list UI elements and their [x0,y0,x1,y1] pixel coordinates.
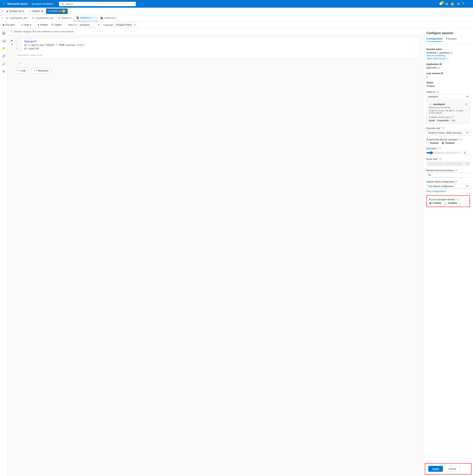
application-id-value: application_1 [426,66,470,69]
grid-icon[interactable]: ⊞ [445,2,448,6]
executor-size-group: Executor size * ⓘ Small (4 vCores, 28GB … [426,127,470,135]
cell-expand-button[interactable]: ▾ [11,43,13,46]
session-name-section: Session name Notebook 2_sparkpool_1 View… [426,48,470,60]
session-timeout-input[interactable]: 30 [426,172,470,178]
expand-arrows-icon[interactable]: » [1,17,3,19]
validate-all-label: Validate all [32,10,43,13]
session-info-bar: ⓘ Session stopped. Run the notebook to s… [8,28,423,35]
dynamic-enabled-radio[interactable] [426,142,429,144]
outline-icon: ☰ [52,24,53,26]
executor-info-icon[interactable]: ⓘ [443,127,445,130]
add-code-button[interactable]: + + Code [14,68,28,73]
sidebar-data-icon[interactable]: 📊 [1,38,7,44]
tab-notebook2[interactable]: 📓 Notebook 2 ✕ [74,15,98,21]
tab-notebook3[interactable]: 📓 Notebook 3 [98,15,119,21]
sidebar-integrate-icon[interactable]: 🔗 [1,53,7,59]
attach-to-section: Attach to ⓘ sparkpool ⚡ sparkpool ↻ [426,90,470,124]
view-in-monitoring-link[interactable]: View in monitoring [426,54,445,57]
dynamic-enabled-option[interactable]: Enabled [426,142,438,144]
session-timeout-group: Session timeout (minutes) * ⓘ 30 [426,169,470,178]
config-tab-configuration[interactable]: Configuration [426,37,443,42]
executors-input[interactable]: 2 [462,151,470,155]
search-box[interactable]: 🔍 [59,2,136,6]
tab-pipeline2[interactable]: ⧉ Pipeline 2 [56,15,74,21]
notebook-icon-2: 📓 [100,17,103,19]
apache-spark-select[interactable]: Use default configuration [426,184,470,189]
apply-button[interactable]: Apply [428,466,443,472]
status-value: Stopped [426,85,470,87]
outline-button[interactable]: ☰ Outline [50,23,63,27]
config-tab-packages[interactable]: Packages [446,37,457,42]
synapse-live-button[interactable]: ☁ Synapse live ▾ [4,9,26,13]
refresh-sparkpool-icon[interactable]: ↻ [466,103,467,106]
cell-body[interactable]: 1 2 3 %%pyspark df = spark.sql("SELECT *… [15,38,420,58]
view-configurations-link[interactable]: View configurations [426,190,470,193]
add-markdown-button[interactable]: + + Markdown [32,68,51,73]
executors-info-icon[interactable]: ⓘ [439,147,441,150]
undo-button[interactable]: ↩ Undo ▾ [19,23,33,27]
navbar: » ☁ Synapse live ▾ ✓ Validate all ⬆ Publ… [0,8,473,15]
sidebar-home-icon[interactable]: 🏠 [1,30,7,36]
session-name-value: Notebook 2_sparkpool_1 [426,51,470,54]
open-spark-history-link[interactable]: Open Spark history ↗ [426,57,449,60]
code-line-2: df = spark.sql("SELECT * FROM nyctaxi.tr… [24,43,418,47]
help-icon[interactable]: ? [462,2,464,6]
use-link[interactable]: Use [451,119,455,122]
sidebar-develop-icon[interactable]: 📁 [1,45,7,51]
attach-info-icon[interactable]: ⓘ [437,90,439,93]
attach-to-select[interactable]: sparkpool [426,94,470,99]
driver-size-select[interactable]: Small (4 vCores, 28GB memory) [426,161,470,166]
tab-copypipeline-dyz[interactable]: ⧉ CopyPipeline_dyz [30,15,56,21]
code-show: df.show(10) [24,47,39,50]
cancel-button[interactable]: Cancel [444,466,460,472]
available-sizes-info-icon[interactable]: ⓘ [451,116,454,119]
toolbar-sep-3 [65,23,65,27]
executors-slider[interactable] [426,151,461,154]
sparkpool-sizes-row: Small 2 executors Use [429,119,467,122]
tab-copypipeline-dd7[interactable]: ⧉ CopyPipeline_dd7 [4,15,30,21]
managed-identity-radio-group: Enabled Disabled [429,202,467,204]
validate-all-button[interactable]: ✓ Validate all [27,9,45,13]
run-all-label: Run all [6,24,13,26]
driver-info-icon[interactable]: ⓘ [440,158,442,160]
available-session-sizes-label: Available session sizes ⓘ [429,116,467,119]
close-notebook2-icon[interactable]: ✕ [94,17,96,19]
dropdown-arrow-icon: ▾ [13,24,15,26]
managed-info-icon[interactable]: ⓘ [457,198,459,201]
user-icon[interactable]: 👤 [467,2,471,6]
timeout-info-icon[interactable]: ⓘ [455,169,457,172]
executor-size-select[interactable]: Small (4 vCores, 28GB memory) [426,130,470,135]
executor-size-form-label: Executor size * ⓘ [426,127,470,130]
dynamic-executors-radio-group: Enabled Disabled [426,142,470,144]
managed-disabled-radio[interactable] [444,202,447,204]
available-sizes-text: Available session sizes [429,116,451,118]
attach-to-form-label: Attach to ⓘ [426,90,470,93]
settings-icon[interactable]: ⚙ [457,2,460,6]
dynamic-disabled-radio[interactable] [441,142,444,144]
publish-button[interactable]: ⬆ Publish [36,23,49,27]
managed-enabled-radio[interactable] [429,202,432,204]
search-input[interactable] [66,2,134,5]
sidebar-monitor-icon[interactable]: 📈 [1,61,7,67]
managed-required: * [455,198,456,201]
bell-icon[interactable]: 🔔 [451,2,455,6]
cell-code[interactable]: %%pyspark df = spark.sql("SELECT * FROM … [22,38,420,52]
outline-label: Outline [54,24,62,26]
language-dropdown[interactable]: PySpark (Pytho ▾ [114,23,137,27]
dynamic-disabled-option[interactable]: Disabled [441,142,454,144]
dynamic-executors-form-label: Dynamically allocate executors * ⓘ [426,138,470,141]
cloud-icon: ☁ [6,10,8,13]
managed-disabled-option[interactable]: Disabled [444,202,457,204]
dynamic-info-icon[interactable]: ⓘ [460,138,462,141]
managed-enabled-option[interactable]: Enabled [429,202,441,204]
driver-size-group: Driver size * ⓘ Small (4 vCores, 28GB me… [426,158,470,166]
attach-to-dropdown[interactable]: sparkpool ▾ [78,23,101,27]
pipeline-icon-2: ⧉ [33,17,34,19]
tabs-row: » ⧉ CopyPipeline_dd7 ⧉ CopyPipeline_dyz … [0,15,473,21]
run-cell-button[interactable]: ▶ [11,39,13,42]
sidebar-manage-icon[interactable]: ⚙ [1,68,7,74]
run-all-button[interactable]: ▶ Run all ▾ [1,23,16,27]
apache-spark-info-icon[interactable]: ⓘ [455,180,457,183]
expand-icon[interactable]: » [1,10,3,13]
publish-all-button[interactable]: ⬆ Publish all 2 [46,8,68,14]
